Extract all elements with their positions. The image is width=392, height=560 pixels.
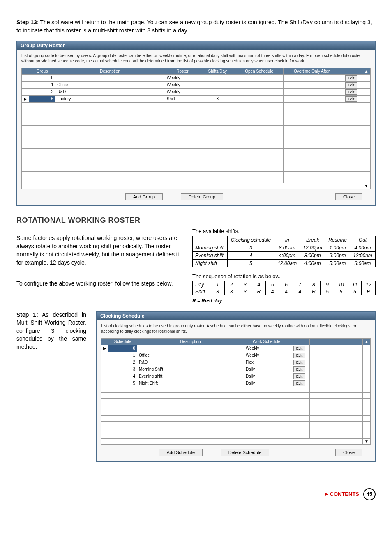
scroll-down-icon[interactable]: ▼ [363, 438, 371, 444]
edit-button[interactable]: Edit [293, 373, 306, 379]
add-group-button[interactable]: Add Group [125, 193, 163, 200]
add-schedule-button[interactable]: Add Schedule [159, 449, 203, 456]
step1-label: Step 1: [16, 311, 38, 318]
delete-group-button[interactable]: Delete Group [181, 193, 223, 200]
step1-paragraph: Step 1: As described in Multi-Shift Work… [16, 311, 86, 351]
window-title: Clocking Schedule [97, 312, 375, 320]
edit-button[interactable]: Edit [345, 75, 357, 81]
table-row[interactable]: 1OfficeWeeklyEdit [101, 352, 371, 359]
sequence-table: Day123456789101112 Shift333R444R555R [192, 281, 376, 295]
step13-text: : The software will return to the main p… [16, 19, 372, 34]
table-row: Night shift512:00am4:00am5:00am8:00am [193, 259, 376, 267]
rotational-paragraph-1: Some factories apply rotational working … [16, 234, 182, 267]
step13-paragraph: Step 13: The software will return to the… [16, 18, 376, 35]
table-row: Morning shift38:00am12:00pm1:00pm4:00pm [193, 244, 376, 251]
available-shifts-label: The available shifts. [192, 228, 376, 234]
table-row[interactable]: 0WeeklyEdit [22, 74, 371, 81]
table-row[interactable]: ▶6FactoryShift3Edit [22, 95, 371, 102]
close-button[interactable]: Close [335, 449, 362, 456]
close-button[interactable]: Close [335, 193, 362, 200]
window-description: List of clocking schedules to be used in… [101, 323, 371, 334]
clocking-schedule-window: Clocking Schedule List of clocking sched… [96, 311, 376, 462]
delete-schedule-button[interactable]: Delete Schedule [221, 449, 270, 456]
contents-link[interactable]: CONTENTS [325, 491, 360, 497]
edit-button[interactable]: Edit [293, 353, 306, 358]
scroll-up-icon[interactable]: ▲ [362, 68, 370, 74]
page-number: 45 [363, 488, 376, 500]
table-row[interactable]: 1OfficeWeeklyEdit [22, 81, 371, 88]
table-row[interactable]: 3Morning ShiftDailyEdit [101, 366, 371, 373]
window-title: Group Duty Roster [17, 41, 375, 50]
edit-button[interactable]: Edit [293, 360, 306, 365]
rotational-paragraph-2: To configure the above working roster, f… [16, 279, 182, 288]
table-row[interactable]: ▶0WeeklyEdit [101, 345, 371, 352]
rest-day-note: R = Rest day [192, 298, 376, 304]
available-shifts-table: Clocking schedule In Break Resume Out Mo… [192, 236, 376, 267]
table-row: Evening shift44:00pm8:00pm9:00pm12:00am [193, 251, 376, 259]
table-row[interactable]: 2R&DWeeklyEdit [22, 88, 371, 95]
scroll-up-icon[interactable]: ▲ [363, 338, 371, 345]
edit-button[interactable]: Edit [293, 366, 306, 372]
step13-label: Step 13 [16, 19, 37, 25]
table-row[interactable]: 4Evening shiftDailyEdit [101, 373, 371, 380]
group-duty-roster-window: Group Duty Roster List of group code to … [16, 41, 376, 206]
table-row[interactable]: 2R&DFlexiEdit [101, 359, 371, 366]
table-row[interactable]: 5Night ShiftDailyEdit [101, 380, 371, 387]
grid-header-row: Group Description Roster Shifts/Day Open… [22, 68, 371, 74]
edit-button[interactable]: Edit [293, 380, 306, 386]
edit-button[interactable]: Edit [345, 96, 357, 102]
edit-button[interactable]: Edit [293, 346, 306, 351]
clocking-schedule-grid: Schedule Description Work Schedule ▲ ▶0W… [101, 338, 371, 445]
edit-button[interactable]: Edit [345, 82, 357, 88]
group-roster-grid: Group Description Roster Shifts/Day Open… [21, 68, 371, 189]
sequence-label: The sequence of rotation is as below. [192, 273, 376, 279]
section-heading: ROTATIONAL WORKING ROSTER [16, 216, 376, 225]
scroll-down-icon[interactable]: ▼ [362, 183, 370, 189]
window-description: List of group code to be used by users. … [21, 53, 371, 64]
edit-button[interactable]: Edit [345, 89, 357, 95]
